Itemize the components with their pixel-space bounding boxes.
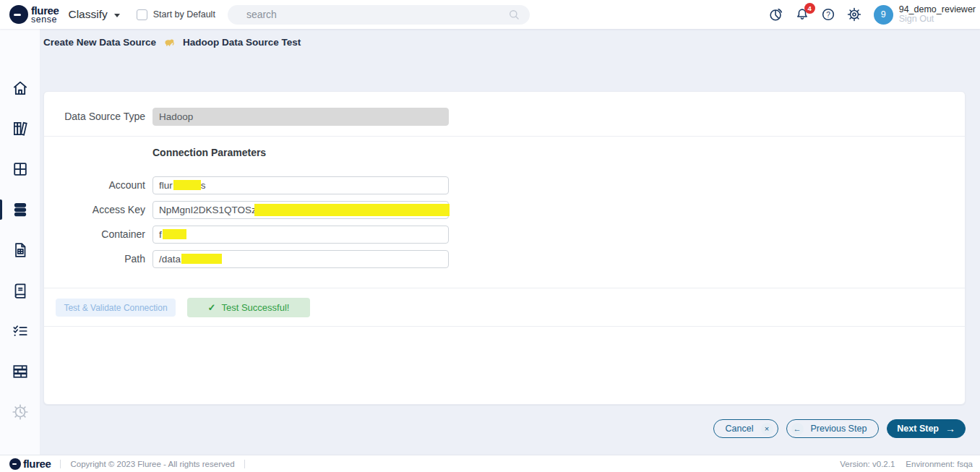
breadcrumb: Create New Data Source Hadoop Data Sourc… — [43, 36, 301, 48]
file-table-icon — [11, 241, 30, 259]
connection-parameters-title: Connection Parameters — [152, 147, 266, 158]
container-field[interactable]: f — [152, 226, 449, 244]
fluree-logo-icon — [9, 5, 28, 24]
sidebar-item-checklist[interactable] — [0, 311, 40, 351]
wizard-panel: Data Source Type Hadoop Connection Param… — [43, 91, 966, 405]
left-sidebar — [0, 29, 40, 455]
home-icon — [11, 79, 30, 98]
footer-divider — [60, 460, 61, 468]
wizard-stepper: Describe Data Source Define Connection A… — [0, 48, 650, 78]
chevron-down-icon — [114, 14, 120, 17]
path-field[interactable]: /data — [152, 250, 449, 268]
section-divider — [44, 288, 965, 288]
footer-fluree-logo: fluree — [9, 458, 51, 470]
fluree-sense-logo[interactable]: fluree sense — [9, 5, 59, 25]
test-success-label: Test Successful! — [221, 302, 289, 313]
access-key-field[interactable]: NpMgnI2DKS1QTOSzb — [152, 201, 449, 219]
account-label: Account — [44, 176, 145, 194]
avatar-initial: 9 — [881, 9, 886, 20]
sidebar-item-file-report[interactable] — [0, 230, 40, 270]
data-source-type-field: Hadoop — [152, 108, 449, 126]
search-icon — [507, 8, 521, 22]
search-bar — [228, 5, 530, 25]
search-input[interactable] — [228, 9, 530, 20]
redaction-highlight — [163, 229, 186, 239]
account-field[interactable]: flurs — [152, 176, 449, 194]
arrow-left-icon: ← — [791, 423, 804, 435]
gear-icon[interactable] — [846, 7, 862, 22]
version-text: Version: v0.2.1 — [840, 460, 895, 468]
start-by-default-checkbox[interactable] — [137, 9, 147, 20]
bell-icon[interactable]: 4 — [794, 7, 810, 22]
copyright-text: Copyright © 2023 Fluree - All rights res… — [70, 460, 234, 468]
sidebar-item-grid[interactable] — [0, 149, 40, 189]
footer: fluree Copyright © 2023 Fluree - All rig… — [0, 455, 980, 472]
cancel-button[interactable]: Cancel × — [713, 419, 778, 438]
previous-step-button[interactable]: ← Previous Step — [786, 419, 880, 438]
footer-divider — [244, 460, 245, 468]
section-divider — [44, 326, 965, 327]
svg-text:?: ? — [826, 11, 830, 19]
avatar[interactable]: 9 — [874, 5, 893, 25]
sidebar-item-data-sources[interactable] — [0, 189, 40, 230]
sidebar-item-library[interactable] — [0, 108, 40, 149]
previous-step-button-label: Previous Step — [804, 424, 874, 434]
data-source-type-label: Data Source Type — [44, 108, 145, 126]
start-by-default-label: Start by Default — [153, 9, 215, 20]
sidebar-item-stack[interactable] — [0, 351, 40, 392]
top-header: fluree sense Classify Start by Default — [0, 0, 980, 29]
sidebar-active-indicator — [0, 199, 2, 220]
library-icon — [11, 119, 30, 138]
test-validate-connection-button[interactable]: Test & Validate Connection — [56, 299, 176, 317]
breadcrumb-flow-title: Create New Data Source — [43, 37, 156, 48]
test-success-badge: ✓ Test Successful! — [187, 298, 310, 317]
next-step-button-label: Next Step — [897, 424, 939, 434]
close-icon: × — [761, 423, 773, 435]
checklist-icon — [11, 322, 30, 340]
classify-dropdown-label: Classify — [68, 8, 107, 21]
redaction-highlight — [173, 180, 201, 190]
gear-clock-icon — [11, 403, 30, 421]
logo-text-line2: sense — [31, 15, 59, 25]
sign-out-link[interactable]: Sign Out — [899, 14, 976, 24]
grid-icon — [11, 160, 30, 179]
fluree-logo-icon — [9, 458, 21, 470]
next-step-button[interactable]: Next Step → — [887, 419, 966, 438]
access-key-label: Access Key — [44, 201, 145, 219]
path-label: Path — [44, 250, 145, 268]
cancel-button-label: Cancel — [718, 424, 761, 434]
section-divider — [44, 136, 965, 137]
sidebar-item-book[interactable] — [0, 270, 40, 311]
database-icon — [11, 200, 30, 219]
arrow-right-icon: → — [945, 423, 955, 434]
sidebar-item-scheduler[interactable] — [0, 392, 40, 432]
book-icon — [11, 281, 30, 300]
container-label: Container — [44, 226, 145, 244]
footer-logo-text: fluree — [23, 458, 51, 470]
help-icon[interactable]: ? — [820, 7, 836, 22]
breadcrumb-current-item: Hadoop Data Source Test — [183, 37, 301, 48]
wizard-actions: Cancel × ← Previous Step Next Step → — [713, 419, 966, 438]
hadoop-elephant-icon — [163, 36, 176, 48]
classify-dropdown[interactable]: Classify — [68, 8, 119, 21]
redaction-highlight — [181, 254, 222, 264]
app-window: fluree sense Classify Start by Default — [0, 0, 980, 472]
start-by-default-group: Start by Default — [137, 9, 215, 20]
notification-badge: 4 — [804, 3, 815, 14]
rows-icon — [11, 362, 30, 381]
checkmark-icon: ✓ — [208, 302, 216, 313]
environment-text: Environment: fsqa — [906, 460, 973, 468]
redaction-highlight — [254, 204, 450, 216]
pie-chart-icon[interactable] — [768, 7, 784, 22]
